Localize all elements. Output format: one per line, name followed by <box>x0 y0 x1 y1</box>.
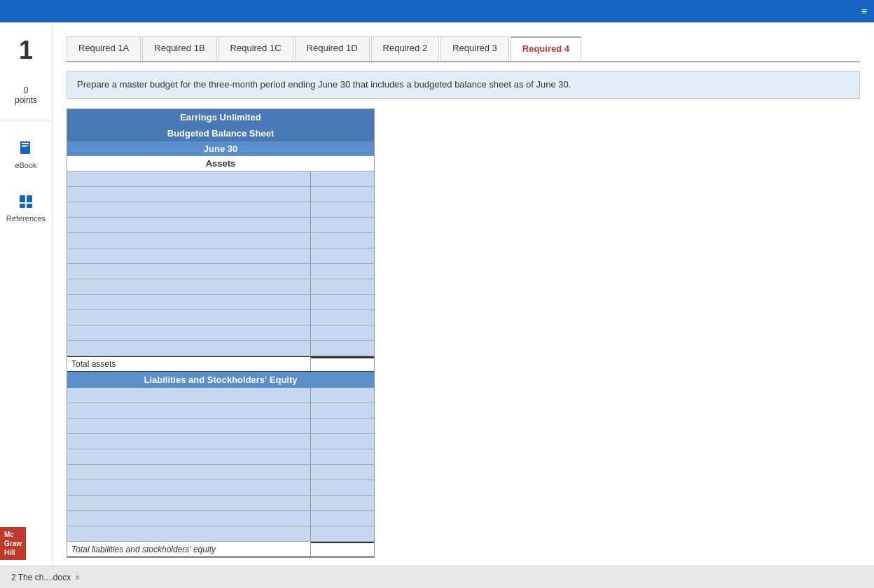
bs-asset-input-value-9[interactable] <box>315 296 370 308</box>
file-bar-item[interactable]: 2 The ch....docx ∧ <box>11 573 80 582</box>
bs-liability-input-label-6[interactable] <box>71 466 306 478</box>
tab-required-1a[interactable]: Required 1A <box>67 36 141 61</box>
bs-asset-input-label-9[interactable] <box>71 296 306 308</box>
bs-total-assets-row: Total assets <box>67 356 374 372</box>
bs-asset-row-10[interactable] <box>67 310 374 326</box>
bs-liability-input-value-5[interactable] <box>315 451 370 463</box>
bs-liability-input-value-4[interactable] <box>315 435 370 447</box>
bs-asset-row-9[interactable] <box>67 295 374 310</box>
bs-asset-row-8[interactable] <box>67 279 374 295</box>
left-sidebar: 1 0 points eBook <box>0 22 53 588</box>
bs-asset-input-value-10[interactable] <box>315 312 370 323</box>
bs-liability-input-label-5[interactable] <box>71 451 306 463</box>
bs-asset-row-4[interactable] <box>67 218 374 233</box>
svg-rect-1 <box>22 143 29 144</box>
sidebar-item-ebook[interactable]: eBook <box>12 134 39 174</box>
bs-liability-input-label-4[interactable] <box>71 435 306 447</box>
bs-total-final-label: Total liabilities and stockholders' equi… <box>67 542 311 556</box>
bs-liability-input-value-3[interactable] <box>315 420 370 432</box>
bs-asset-input-label-10[interactable] <box>71 312 306 323</box>
bs-asset-input-label-5[interactable] <box>71 234 306 246</box>
bs-liability-input-label-1[interactable] <box>71 389 306 401</box>
bs-liability-input-value-9[interactable] <box>315 512 370 524</box>
file-bar-chevron[interactable]: ∧ <box>75 573 80 581</box>
tab-required-3[interactable]: Required 3 <box>441 36 509 61</box>
bs-asset-input-value-4[interactable] <box>315 219 370 231</box>
bs-asset-input-value-6[interactable] <box>315 250 370 262</box>
bs-asset-input-label-3[interactable] <box>71 204 306 216</box>
bs-asset-row-2[interactable] <box>67 187 374 202</box>
bs-asset-input-value-2[interactable] <box>315 188 370 200</box>
bs-liability-input-label-3[interactable] <box>71 420 306 432</box>
bs-liability-input-value-10[interactable] <box>315 528 370 540</box>
bs-asset-input-label-11[interactable] <box>71 327 306 339</box>
tab-required-4[interactable]: Required 4 <box>511 36 581 61</box>
tab-required-1b[interactable]: Required 1B <box>142 36 216 61</box>
points-display: 0 points <box>15 85 37 106</box>
bs-liability-input-value-8[interactable] <box>315 497 370 509</box>
bs-asset-input-value-5[interactable] <box>315 234 370 246</box>
bs-asset-row-3[interactable] <box>67 202 374 218</box>
bs-asset-input-label-12[interactable] <box>71 342 306 354</box>
bs-liability-row-3[interactable] <box>67 419 374 434</box>
bs-liability-row-1[interactable] <box>67 388 374 403</box>
bs-asset-input-value-12[interactable] <box>315 342 370 354</box>
bs-liability-input-label-10[interactable] <box>71 528 306 540</box>
bs-total-final-input[interactable] <box>315 545 370 555</box>
mcgraw-line1: Mc <box>4 531 14 538</box>
bs-liability-input-value-7[interactable] <box>315 482 370 493</box>
bs-liability-row-7[interactable] <box>67 480 374 496</box>
bs-liability-input-label-7[interactable] <box>71 482 306 493</box>
bs-liability-input-label-9[interactable] <box>71 512 306 524</box>
bs-asset-row-5[interactable] <box>67 233 374 248</box>
bs-asset-row-1[interactable] <box>67 172 374 187</box>
ebook-icon <box>16 139 36 158</box>
bs-asset-input-value-7[interactable] <box>315 265 370 277</box>
bs-asset-input-label-8[interactable] <box>71 281 306 293</box>
bs-total-assets-input[interactable] <box>315 360 370 370</box>
bs-asset-row-7[interactable] <box>67 264 374 279</box>
bs-asset-input-label-2[interactable] <box>71 188 306 200</box>
bs-asset-row-12[interactable] <box>67 341 374 356</box>
instruction-box: Prepare a master budget for the three-mo… <box>67 71 860 99</box>
tab-required-1c[interactable]: Required 1C <box>218 36 293 61</box>
bs-liability-row-6[interactable] <box>67 465 374 480</box>
svg-rect-2 <box>22 145 29 146</box>
bs-asset-row-6[interactable] <box>67 248 374 264</box>
bs-total-final-value[interactable] <box>311 542 374 556</box>
bs-liability-row-8[interactable] <box>67 496 374 511</box>
bs-liability-input-label-8[interactable] <box>71 497 306 509</box>
bs-asset-input-value-11[interactable] <box>315 327 370 339</box>
menu-icon[interactable]: ≡ <box>861 6 867 17</box>
bs-liability-input-label-2[interactable] <box>71 405 306 416</box>
bs-asset-input-value-3[interactable] <box>315 204 370 216</box>
bs-liability-input-value-1[interactable] <box>315 389 370 401</box>
bs-liability-input-value-6[interactable] <box>315 466 370 478</box>
sidebar-item-references[interactable]: References <box>4 188 48 227</box>
bs-total-assets-value[interactable] <box>311 357 374 371</box>
bs-liability-row-10[interactable] <box>67 526 374 542</box>
bs-asset-input-label-6[interactable] <box>71 250 306 262</box>
bs-asset-input-value-1[interactable] <box>315 173 370 185</box>
bs-date: June 30 <box>67 141 374 156</box>
file-bar-filename: 2 The ch....docx <box>11 573 71 582</box>
bs-asset-input-label-7[interactable] <box>71 265 306 277</box>
points-sublabel: points <box>15 95 37 105</box>
bs-liability-input-value-2[interactable] <box>315 405 370 416</box>
bs-liability-row-4[interactable] <box>67 434 374 449</box>
bs-asset-input-label-1[interactable] <box>71 173 306 185</box>
bs-liability-row-2[interactable] <box>67 403 374 419</box>
tab-required-2[interactable]: Required 2 <box>371 36 440 61</box>
mcgraw-logo: Mc Graw Hill <box>0 527 26 560</box>
bs-asset-input-value-8[interactable] <box>315 281 370 293</box>
bs-assets-label: Assets <box>67 156 374 172</box>
mcgraw-line2: Graw <box>4 540 22 547</box>
references-label: References <box>6 214 46 223</box>
bs-asset-input-label-4[interactable] <box>71 219 306 231</box>
tab-required-1d[interactable]: Required 1D <box>295 36 370 61</box>
bs-liability-row-9[interactable] <box>67 511 374 526</box>
bs-asset-row-11[interactable] <box>67 326 374 341</box>
bs-liability-row-5[interactable] <box>67 449 374 465</box>
svg-rect-3 <box>22 146 27 147</box>
bs-asset-label-1 <box>67 172 311 186</box>
